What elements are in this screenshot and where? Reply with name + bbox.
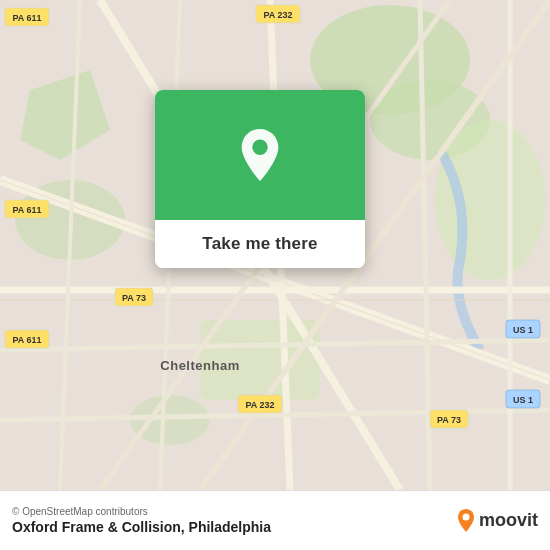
svg-text:PA 611: PA 611: [12, 205, 41, 215]
svg-point-7: [130, 395, 210, 445]
moovit-pin-icon: [456, 508, 476, 534]
moovit-logo: moovit: [456, 508, 538, 534]
moovit-text: moovit: [479, 510, 538, 531]
svg-text:PA 232: PA 232: [245, 400, 274, 410]
svg-text:PA 611: PA 611: [12, 335, 41, 345]
svg-text:PA 232: PA 232: [263, 10, 292, 20]
location-pin-icon: [236, 127, 284, 183]
bottom-bar: © OpenStreetMap contributors Oxford Fram…: [0, 490, 550, 550]
svg-point-3: [435, 120, 545, 280]
svg-point-30: [462, 513, 469, 520]
take-me-there-button[interactable]: Take me there: [155, 220, 365, 268]
popup-green-area: [155, 90, 365, 220]
map-container: PA 611 PA 611 PA 611 PA 232 PA 232 PA 23…: [0, 0, 550, 490]
svg-point-29: [252, 140, 267, 155]
svg-text:PA 611: PA 611: [12, 13, 41, 23]
svg-text:US 1: US 1: [513, 325, 533, 335]
svg-text:PA 73: PA 73: [122, 293, 146, 303]
svg-text:PA 73: PA 73: [437, 415, 461, 425]
svg-text:Cheltenham: Cheltenham: [160, 358, 239, 373]
popup-card: Take me there: [155, 90, 365, 268]
svg-text:US 1: US 1: [513, 395, 533, 405]
